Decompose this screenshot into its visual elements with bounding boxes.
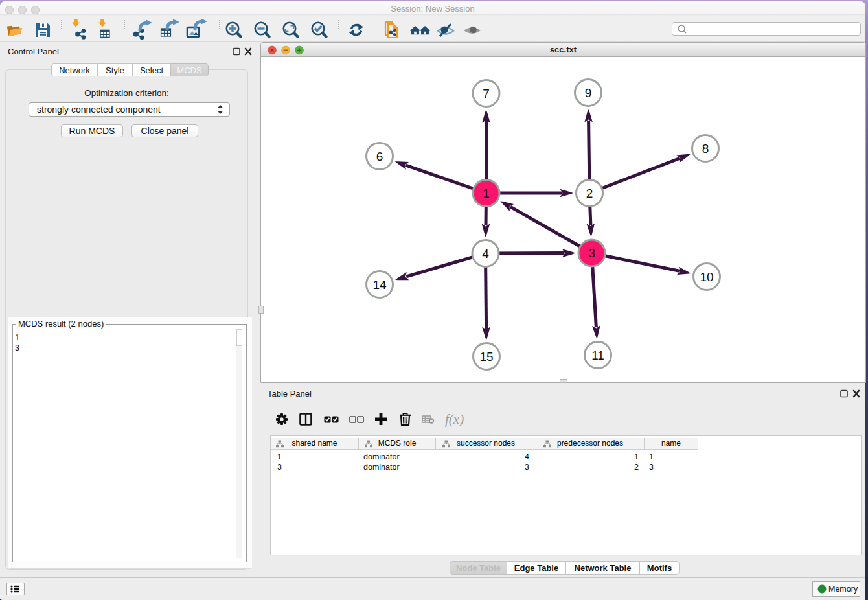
svg-text:7: 7 (483, 87, 490, 100)
svg-text:15: 15 (479, 350, 493, 363)
svg-text:10: 10 (700, 270, 713, 284)
svg-text:9: 9 (585, 86, 592, 100)
svg-text:14: 14 (372, 278, 387, 292)
svg-text:1: 1 (483, 187, 490, 200)
svg-text:8: 8 (702, 142, 709, 156)
svg-text:4: 4 (482, 247, 489, 260)
svg-text:3: 3 (588, 246, 595, 260)
svg-text:6: 6 (376, 150, 383, 163)
svg-text:11: 11 (591, 349, 604, 362)
svg-text:f(x): f(x) (445, 411, 464, 427)
svg-text:2: 2 (586, 187, 593, 200)
